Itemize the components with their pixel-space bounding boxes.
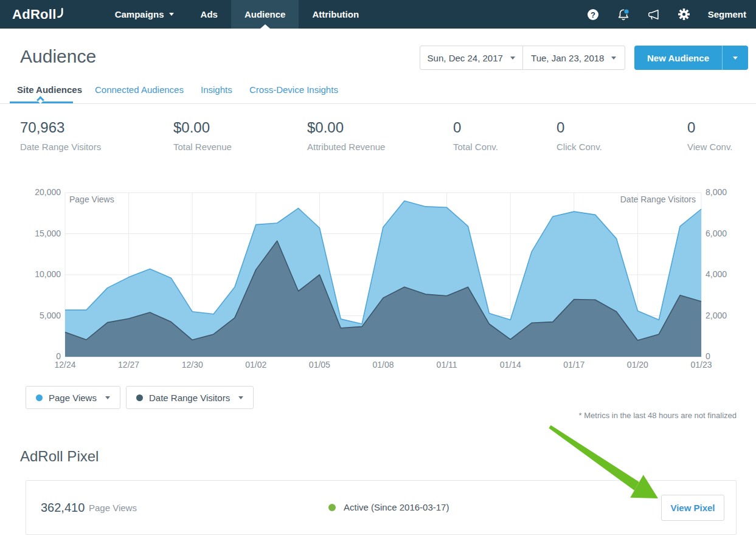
top-navbar: AdRoll Campaigns Ads Audience Attributio… xyxy=(0,0,756,29)
right-axis-ticks: 8,0006,0004,0002,0000 xyxy=(706,193,748,357)
stat-label: Click Conv. xyxy=(557,142,602,152)
new-audience-split-button: New Audience xyxy=(634,46,748,70)
svg-text:?: ? xyxy=(591,10,595,19)
tab-insights[interactable]: Insights xyxy=(201,84,232,95)
stat-click-conv: 0 Click Conv. xyxy=(557,119,602,152)
stat-value: 0 xyxy=(557,119,602,136)
chevron-down-icon xyxy=(733,57,738,60)
metrics-disclaimer: * Metrics in the last 48 hours are not f… xyxy=(579,411,737,420)
x-axis-tick-label: 01/20 xyxy=(627,360,648,370)
stat-value: $0.00 xyxy=(173,119,232,136)
stat-value: $0.00 xyxy=(307,119,385,136)
left-axis-title: Page Views xyxy=(69,194,114,204)
stat-total-revenue: $0.00 Total Revenue xyxy=(173,119,232,152)
x-axis-tick-label: 01/14 xyxy=(500,360,521,370)
stat-total-conv: 0 Total Conv. xyxy=(453,119,498,152)
chevron-down-icon xyxy=(611,57,616,60)
nav-item-campaigns[interactable]: Campaigns xyxy=(102,0,187,29)
x-axis-tick-label: 12/27 xyxy=(118,360,139,370)
x-axis-tick-label: 12/30 xyxy=(182,360,203,370)
chart-plot-area[interactable] xyxy=(65,193,701,357)
new-audience-button[interactable]: New Audience xyxy=(634,46,722,70)
tab-site-audiences[interactable]: Site Audiences xyxy=(17,84,82,95)
chevron-down-icon xyxy=(169,13,174,16)
date-range-picker: Sun, Dec 24, 2017 Tue, Jan 23, 2018 xyxy=(420,46,625,70)
stat-label: Total Conv. xyxy=(453,142,498,152)
audience-tabs: Site Audiences Connected Audiences Insig… xyxy=(0,81,756,104)
y-axis-tick-label: 4,000 xyxy=(706,269,727,279)
active-tab-notch xyxy=(260,24,270,29)
view-pixel-button[interactable]: View Pixel xyxy=(661,495,724,521)
x-axis-tick-label: 01/11 xyxy=(437,360,457,370)
stat-view-conv: 0 View Conv. xyxy=(687,119,732,152)
x-axis-tick-label: 01/23 xyxy=(690,360,712,370)
stat-label: Attributed Revenue xyxy=(307,142,385,152)
y-axis-tick-label: 20,000 xyxy=(35,187,61,197)
adroll-logo-curl-icon xyxy=(57,8,64,18)
x-axis-tick-label: 01/05 xyxy=(309,360,330,370)
status-dot-icon xyxy=(328,504,336,511)
adroll-pixel-card: 362,410 Page Views Active (Since 2016-03… xyxy=(26,480,737,535)
help-icon[interactable]: ? xyxy=(586,8,600,21)
right-axis-title: Date Range Visitors xyxy=(620,194,696,204)
page-title: Audience xyxy=(20,46,96,67)
y-axis-tick-label: 2,000 xyxy=(706,311,727,320)
stat-value: 70,963 xyxy=(20,119,101,136)
x-axis-tick-label: 12/24 xyxy=(54,360,75,370)
nav-item-audience[interactable]: Audience xyxy=(231,0,299,29)
chevron-down-icon xyxy=(105,396,110,399)
nav-menu: Campaigns Ads Audience Attribution xyxy=(102,0,372,29)
notification-badge xyxy=(623,9,628,13)
date-range-visitors-dot-icon xyxy=(136,394,143,401)
nav-right-controls: ? xyxy=(586,0,756,29)
y-axis-tick-label: 6,000 xyxy=(706,229,727,238)
legend-date-range-visitors-dropdown[interactable]: Date Range Visitors xyxy=(126,386,254,409)
pixel-page-views-label: Page Views xyxy=(89,503,137,513)
x-axis-tick-label: 01/17 xyxy=(563,360,584,370)
tab-cross-device-insights[interactable]: Cross-Device Insights xyxy=(249,84,338,95)
legend-page-views-dropdown[interactable]: Page Views xyxy=(26,386,120,409)
adroll-pixel-heading: AdRoll Pixel xyxy=(20,448,99,465)
adroll-audience-page: AdRoll Campaigns Ads Audience Attributio… xyxy=(0,0,756,547)
chevron-down-icon xyxy=(510,57,515,60)
settings-icon[interactable] xyxy=(678,8,691,21)
y-axis-tick-label: 5,000 xyxy=(40,311,61,320)
adroll-logo-text: AdRoll xyxy=(12,7,57,22)
tab-connected-audiences[interactable]: Connected Audiences xyxy=(95,84,184,95)
y-axis-tick-label: 10,000 xyxy=(35,269,61,279)
chevron-down-icon xyxy=(238,396,243,399)
pixel-page-views-value: 362,410 xyxy=(41,501,85,515)
page-views-dot-icon xyxy=(36,394,43,401)
announcements-icon[interactable] xyxy=(647,8,661,21)
y-axis-tick-label: 8,000 xyxy=(706,187,727,197)
notifications-icon[interactable] xyxy=(617,8,630,21)
pixel-status: Active (Since 2016-03-17) xyxy=(328,502,449,512)
x-axis-tick-label: 01/02 xyxy=(245,360,266,370)
segment-account-label[interactable]: Segment xyxy=(708,9,746,19)
stat-label: Total Revenue xyxy=(173,142,232,152)
stat-label: Date Range Visitors xyxy=(20,142,101,152)
stat-label: View Conv. xyxy=(687,142,732,152)
date-start-selector[interactable]: Sun, Dec 24, 2017 xyxy=(420,46,523,69)
stat-attributed-revenue: $0.00 Attributed Revenue xyxy=(307,119,385,152)
left-axis-ticks: 20,00015,00010,0005,0000 xyxy=(18,193,61,357)
x-axis-tick-label: 01/08 xyxy=(372,360,394,370)
adroll-logo[interactable]: AdRoll xyxy=(12,0,64,29)
new-audience-dropdown-button[interactable] xyxy=(722,46,748,70)
date-end-selector[interactable]: Tue, Jan 23, 2018 xyxy=(523,46,625,69)
y-axis-tick-label: 15,000 xyxy=(35,229,61,238)
stat-value: 0 xyxy=(453,119,498,136)
stat-date-range-visitors: 70,963 Date Range Visitors xyxy=(20,119,101,152)
nav-item-attribution[interactable]: Attribution xyxy=(299,0,372,29)
nav-item-ads[interactable]: Ads xyxy=(187,0,231,29)
stat-value: 0 xyxy=(687,119,732,136)
traffic-area-chart: Page Views Date Range Visitors xyxy=(65,193,701,357)
status-text: Active (Since 2016-03-17) xyxy=(344,502,449,512)
x-axis-ticks: 12/2412/2712/3001/0201/0501/0801/1101/14… xyxy=(65,360,701,372)
